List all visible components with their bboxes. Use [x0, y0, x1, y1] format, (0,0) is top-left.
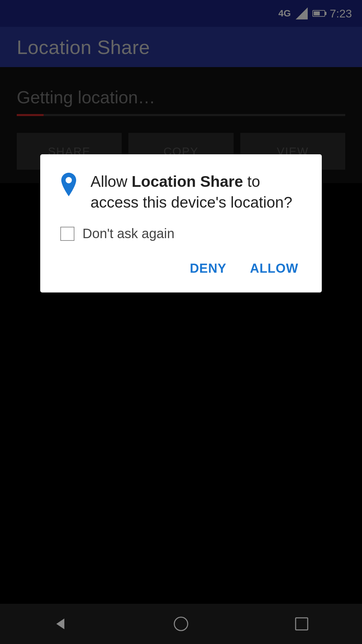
deny-button[interactable]: DENY [183, 258, 233, 279]
recents-icon [294, 616, 309, 631]
dialog-header: Allow Location Share to access this devi… [57, 171, 305, 213]
dont-ask-label: Don't ask again [82, 226, 174, 241]
dialog-overlay: Allow Location Share to access this devi… [0, 0, 362, 644]
dont-ask-row[interactable]: Don't ask again [57, 226, 305, 241]
home-button[interactable] [168, 610, 194, 637]
svg-point-1 [66, 177, 72, 183]
recents-button[interactable] [288, 610, 315, 637]
svg-rect-4 [296, 618, 308, 630]
dialog-title: Allow Location Share to access this devi… [90, 171, 305, 213]
home-icon [173, 616, 189, 632]
back-icon [52, 616, 68, 632]
dialog-app-name: Location Share [132, 173, 243, 190]
allow-button[interactable]: ALLOW [243, 258, 305, 279]
dont-ask-checkbox[interactable] [60, 227, 74, 241]
dialog-actions: DENY ALLOW [57, 258, 305, 279]
svg-point-3 [174, 617, 188, 631]
nav-bar [0, 604, 362, 644]
back-button[interactable] [47, 610, 74, 637]
permission-dialog: Allow Location Share to access this devi… [40, 154, 322, 292]
svg-marker-2 [56, 619, 64, 629]
location-pin-icon [57, 173, 80, 196]
